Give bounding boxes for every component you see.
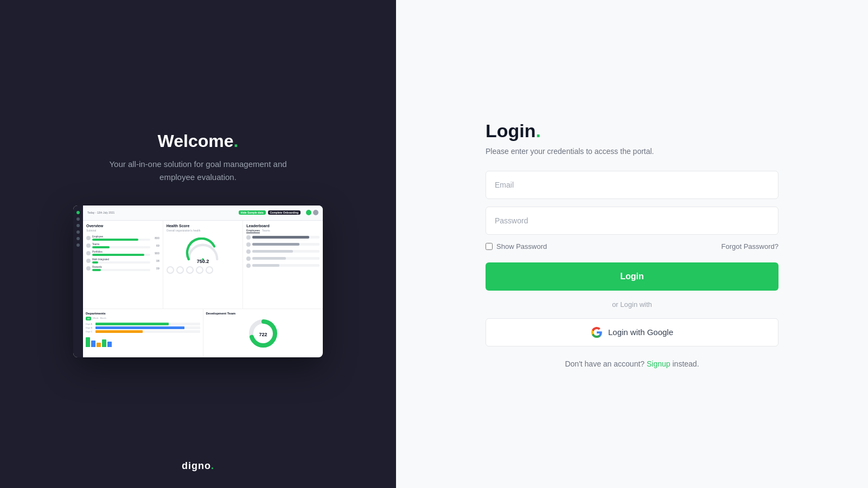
svg-text:722: 722 [259, 332, 267, 337]
lb-item [246, 256, 320, 261]
overview-title: Overview [86, 224, 159, 228]
health-score-title: Health Score [167, 224, 240, 228]
health-score-sub: Overall organization's health [167, 229, 240, 232]
list-item: Teams 69 [86, 243, 159, 248]
metrics-row [167, 266, 240, 274]
login-title: Login. [486, 120, 778, 142]
date-label: Today - 12th July 2021 [87, 211, 114, 214]
dept-bars: Dept A Dept B Dept C [86, 323, 200, 333]
options-row: Show Password Forgot Password? [486, 242, 778, 251]
mockup-content: Overview Subtotal Employee 800 [83, 221, 323, 309]
lb-item [246, 235, 320, 240]
avatar [86, 251, 91, 255]
lb-tab-employees: Employees [246, 229, 260, 233]
welcome-subtitle: Your all-in-one solution for goal manage… [109, 158, 286, 184]
login-button[interactable]: Login [486, 262, 778, 291]
avatar [86, 243, 91, 248]
dev-team-title: Development Team [206, 312, 236, 315]
mockup-bottom: Departments All Week Month Dept A [83, 309, 323, 357]
list-item: Portfolios 900 [86, 251, 159, 256]
avatar [246, 242, 251, 247]
sidebar-dot-2 [76, 224, 80, 227]
dept-bar-row: Dept C [86, 330, 200, 333]
leaderboard-title: Leaderboard [246, 224, 320, 228]
avatar [246, 235, 251, 240]
dept-bar-row: Dept B [86, 326, 200, 329]
health-score-container: 750.2 [167, 235, 240, 264]
avatar [86, 266, 91, 271]
show-password-checkbox[interactable] [486, 243, 493, 250]
dashboard-mockup: Today - 12th July 2021 Hide Sample data … [73, 206, 323, 357]
password-field[interactable] [486, 207, 778, 235]
forgot-password-link[interactable]: Forgot Password? [722, 242, 779, 251]
google-button-label: Login with Google [608, 328, 673, 337]
metric-1 [167, 266, 174, 274]
avatar [86, 236, 91, 240]
lb-item [246, 242, 320, 247]
leaderboard-col: Leaderboard Employees Teams [243, 221, 323, 309]
list-item: Multi Integrated 08 [86, 258, 159, 264]
mockup-sidebar [73, 206, 83, 357]
sidebar-dot-5 [76, 243, 80, 247]
avatar [246, 264, 251, 268]
lb-tabs: Employees Teams [246, 229, 320, 233]
sidebar-dot-1 [76, 217, 80, 221]
avatar [246, 249, 251, 254]
metric-2 [176, 266, 184, 274]
metric-3 [186, 266, 194, 274]
lb-item [246, 249, 320, 254]
sidebar-dot-3 [76, 230, 80, 234]
left-panel: Welcome. Your all-in-one solution for go… [0, 0, 396, 488]
email-field[interactable] [486, 171, 778, 199]
right-panel: Login. Please enter your credentials to … [396, 0, 868, 488]
or-divider: or Login with [486, 300, 778, 309]
donut-chart: 722 [247, 317, 279, 350]
avatar [86, 259, 91, 263]
topbar-avatar [313, 210, 318, 215]
avatar [246, 256, 251, 261]
sidebar-dot-active [76, 211, 80, 214]
left-content: Welcome. Your all-in-one solution for go… [0, 131, 396, 357]
dev-team-col: Development Team 722 [203, 309, 323, 357]
mockup-topbar: Today - 12th July 2021 Hide Sample data … [83, 206, 323, 221]
show-password-label[interactable]: Show Password [486, 242, 547, 251]
dept-bar-row: Dept A [86, 323, 200, 325]
metric-4 [196, 266, 203, 274]
lb-item [246, 264, 320, 268]
signup-link[interactable]: Signup [647, 359, 671, 368]
overview-col: Overview Subtotal Employee 800 [83, 221, 163, 309]
google-login-button[interactable]: Login with Google [486, 318, 778, 346]
dept-tab-all: All [86, 317, 91, 320]
metric-5 [206, 266, 213, 274]
tab-badge-2: Complete Onboarding [268, 210, 301, 215]
list-item: Rewards 09 [86, 266, 159, 271]
health-score-value: 750.2 [197, 259, 209, 264]
sidebar-dot-4 [76, 237, 80, 240]
list-item: Employee 800 [86, 235, 159, 241]
departments-title: Departments [86, 312, 200, 315]
login-box: Login. Please enter your credentials to … [486, 120, 778, 368]
overview-sub: Subtotal [86, 229, 159, 232]
health-score-col: Health Score Overall organization's heal… [163, 221, 244, 309]
login-subtitle: Please enter your credentials to access … [486, 147, 778, 156]
topbar-icon [306, 210, 311, 215]
signup-row: Don't have an account? Signup instead. [486, 359, 778, 368]
tab-badge-1: Hide Sample data [239, 210, 266, 215]
mockup-main: Today - 12th July 2021 Hide Sample data … [83, 206, 323, 357]
dept-tab-week: Week [93, 317, 98, 320]
departments-col: Departments All Week Month Dept A [83, 309, 203, 357]
google-icon [591, 326, 603, 338]
lb-tab-teams: Teams [262, 229, 270, 233]
welcome-title: Welcome. [158, 131, 239, 151]
digno-logo: digno. [182, 460, 214, 472]
dept-tab-month: Month [100, 317, 106, 320]
